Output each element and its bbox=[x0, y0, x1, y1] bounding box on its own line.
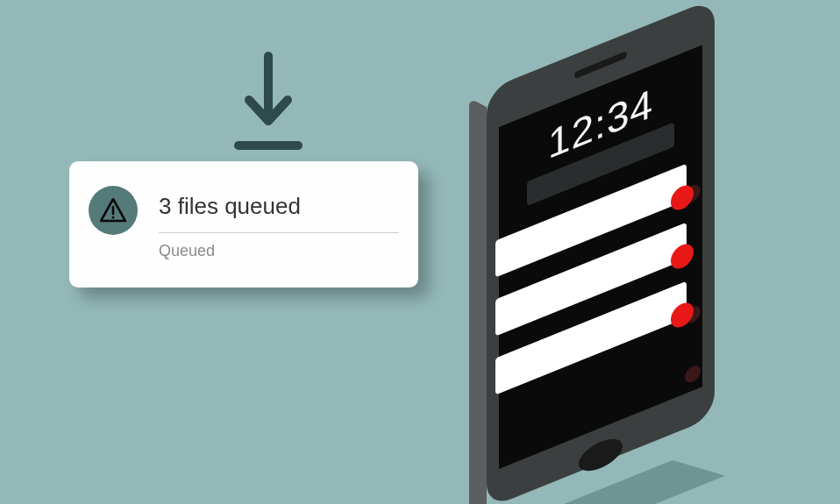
notification-title: 3 files queued bbox=[159, 193, 399, 220]
phone-body: 12:34 bbox=[487, 0, 715, 504]
alert-dot-icon bbox=[671, 181, 694, 214]
svg-point-3 bbox=[112, 217, 115, 219]
dim-dot-icon bbox=[685, 363, 701, 385]
phone-speaker bbox=[574, 51, 627, 79]
phone-screen: 12:34 bbox=[499, 45, 702, 469]
notification-status: Queued bbox=[159, 242, 399, 260]
divider bbox=[159, 232, 399, 233]
notification-icon-circle bbox=[89, 186, 138, 235]
warning-triangle-icon bbox=[100, 198, 126, 223]
phone-illustration: 12:34 bbox=[487, 0, 767, 458]
download-icon bbox=[231, 51, 305, 155]
home-button-icon bbox=[579, 433, 623, 477]
alert-dot-icon bbox=[671, 240, 694, 273]
notification-content: 3 files queued Queued bbox=[159, 182, 399, 260]
alert-dot-icon bbox=[671, 299, 694, 331]
download-notification-card[interactable]: 3 files queued Queued bbox=[69, 161, 418, 287]
phone-side bbox=[469, 97, 487, 504]
